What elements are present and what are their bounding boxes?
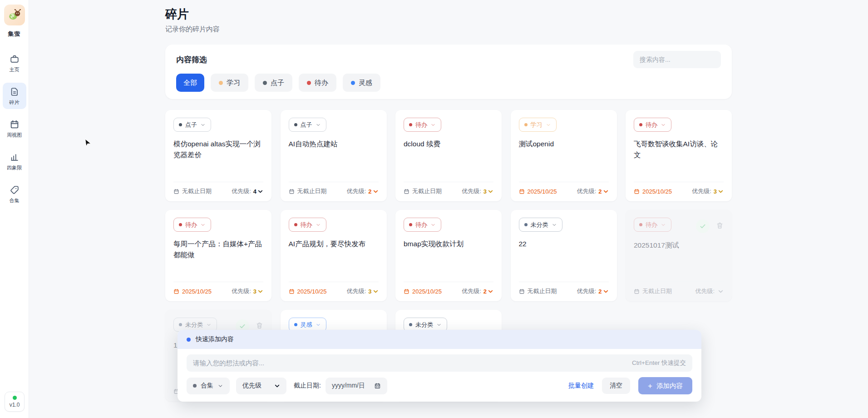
- card-tag-dropdown[interactable]: 待办: [404, 118, 441, 132]
- priority-dropdown[interactable]: 3: [483, 188, 493, 195]
- priority-dropdown[interactable]: 3: [368, 288, 378, 295]
- deadline-date-input[interactable]: yyyy/mm/日: [326, 378, 387, 394]
- filter-chip-study[interactable]: 学习: [211, 74, 248, 92]
- priority-dropdown[interactable]: 3: [253, 288, 263, 295]
- filter-chip-idea[interactable]: 点子: [255, 74, 292, 92]
- card-tag-dropdown[interactable]: 未分类: [519, 218, 562, 232]
- card-tag-dropdown[interactable]: 待办: [289, 218, 326, 232]
- chevron-down-icon: [200, 222, 206, 228]
- card-tag-dropdown[interactable]: 待办: [173, 218, 211, 232]
- batch-create-button[interactable]: 批量创建: [568, 382, 594, 390]
- card-title: 22: [519, 239, 609, 249]
- priority-dropdown[interactable]: 4: [253, 188, 263, 195]
- collection-dropdown[interactable]: 合集: [187, 378, 230, 394]
- quick-add-title: 快速添加内容: [196, 335, 234, 343]
- priority-dropdown[interactable]: 2: [598, 288, 608, 295]
- content-card[interactable]: 待办 bmap实现收款计划 2025/10/25 优先级: 2: [395, 210, 502, 301]
- content-card[interactable]: 点子 模仿openai altas实现一个浏览器差价 无截止日期 优先级: 4: [165, 110, 271, 201]
- collection-dot: [193, 384, 197, 388]
- priority-label: 优先级:: [462, 187, 481, 195]
- card-tag-dropdown[interactable]: 点子: [173, 118, 211, 132]
- tag-label: 灵感: [301, 321, 312, 329]
- sidebar-item-label: 主页: [10, 66, 20, 73]
- status-dot: [13, 396, 17, 400]
- chevron-down-icon: [217, 383, 223, 389]
- sidebar-item-home[interactable]: 主页: [3, 50, 26, 76]
- content-card[interactable]: 待办 dcloud 续费 无截止日期 优先级: 3: [395, 110, 502, 201]
- sidebar-item-fragments[interactable]: 碎片: [3, 83, 26, 109]
- delete-button[interactable]: [256, 322, 263, 331]
- tag-dot: [179, 223, 182, 226]
- sidebar-item-quadrant[interactable]: 四象限: [3, 148, 26, 174]
- chevron-down-icon: [546, 122, 551, 128]
- card-tag-dropdown[interactable]: 学习: [519, 118, 557, 132]
- sidebar-item-collections[interactable]: 合集: [3, 181, 26, 207]
- tag-dot: [179, 123, 182, 126]
- filter-chip-all[interactable]: 全部: [176, 74, 204, 92]
- deadline-label: 截止日期:: [294, 382, 321, 390]
- card-deadline: 2025/10/25: [404, 288, 442, 295]
- delete-button[interactable]: [716, 222, 724, 231]
- card-actions: [696, 219, 724, 233]
- card-tag-dropdown[interactable]: 待办: [404, 218, 441, 232]
- card-title: 飞哥数智谈收集AI访谈、论文: [634, 139, 724, 160]
- card-tag-dropdown[interactable]: 待办: [634, 118, 671, 132]
- card-title: 20251017测试: [634, 240, 724, 251]
- priority-select[interactable]: 优先级: [236, 378, 286, 394]
- content-card[interactable]: 待办 飞哥数智谈收集AI访谈、论文 2025/10/25 优先级: 3: [626, 110, 732, 201]
- search-input[interactable]: [633, 51, 721, 68]
- quick-add-input[interactable]: [193, 359, 627, 367]
- tag-dot: [409, 323, 412, 326]
- content-card[interactable]: 未分类 22 无截止日期 优先级: 2: [511, 210, 617, 301]
- quick-add-input-wrap: Ctrl+Enter 快速提交: [187, 354, 692, 372]
- chevron-down-icon: [373, 189, 379, 194]
- card-tag-dropdown[interactable]: 待办: [634, 218, 671, 232]
- card-deadline: 2025/10/25: [173, 288, 212, 295]
- card-deadline: 无截止日期: [289, 187, 327, 195]
- content-card[interactable]: 点子 AI自动热点建站 无截止日期 优先级: 2: [281, 110, 387, 201]
- quick-add-controls: 合集 优先级 截止日期: yyyy/mm/日 批量创建 清空 +: [187, 377, 692, 394]
- card-tag-dropdown[interactable]: 点子: [289, 118, 326, 132]
- content-card[interactable]: 待办 20251017测试 无截止日期 优先级:: [626, 210, 732, 301]
- priority-dropdown[interactable]: [717, 289, 724, 294]
- tag-dot: [639, 223, 642, 226]
- card-deadline: 无截止日期: [634, 287, 672, 295]
- priority-label: 优先级:: [695, 287, 715, 295]
- priority-dropdown[interactable]: 3: [714, 188, 724, 195]
- priority-dropdown[interactable]: 2: [598, 188, 608, 195]
- completed-check-icon[interactable]: [696, 219, 710, 233]
- tag-dot: [409, 123, 412, 126]
- tag-dot: [409, 223, 412, 226]
- chevron-down-icon: [257, 189, 263, 194]
- sidebar-item-weekview[interactable]: 周视图: [3, 115, 26, 142]
- clear-button[interactable]: 清空: [602, 378, 630, 394]
- card-deadline: 无截止日期: [173, 187, 212, 195]
- chevron-down-icon: [488, 289, 493, 294]
- priority-label: 优先级:: [347, 287, 366, 295]
- priority-label: 优先级:: [577, 187, 597, 195]
- content-card[interactable]: 待办 AI产品规划，要尽快发布 2025/10/25 优先级: 3: [281, 210, 387, 301]
- chevron-down-icon: [718, 189, 724, 194]
- chip-label: 点子: [271, 79, 284, 87]
- chevron-down-icon: [661, 122, 666, 128]
- page-title: 碎片: [165, 6, 732, 22]
- chevron-down-icon: [206, 322, 212, 328]
- card-title: AI自动热点建站: [289, 139, 379, 149]
- priority-dropdown[interactable]: 2: [483, 288, 493, 295]
- content-card[interactable]: 学习 测试openid 2025/10/25 优先级: 2: [511, 110, 617, 201]
- priority-label: 优先级:: [232, 287, 251, 295]
- card-title: bmap实现收款计划: [404, 239, 493, 249]
- priority-dropdown[interactable]: 2: [368, 188, 378, 195]
- app-logo[interactable]: [4, 5, 25, 25]
- trash-icon: [256, 322, 263, 329]
- filter-chip-todo[interactable]: 待办: [299, 74, 336, 92]
- filter-chips: 全部 学习 点子 待办: [176, 74, 721, 92]
- add-content-button[interactable]: + 添加内容: [638, 377, 692, 394]
- chevron-down-icon: [603, 289, 609, 294]
- card-title: 每周一个产品：自媒体+产品都能做: [173, 239, 263, 260]
- tag-dot: [524, 123, 528, 126]
- content-card[interactable]: 待办 每周一个产品：自媒体+产品都能做 2025/10/25 优先级: 3: [165, 210, 271, 301]
- filter-chip-inspiration[interactable]: 灵感: [343, 74, 380, 92]
- quick-add-body: Ctrl+Enter 快速提交 合集 优先级 截止日期: yyyy/mm/日: [178, 349, 701, 402]
- chip-dot: [351, 81, 355, 85]
